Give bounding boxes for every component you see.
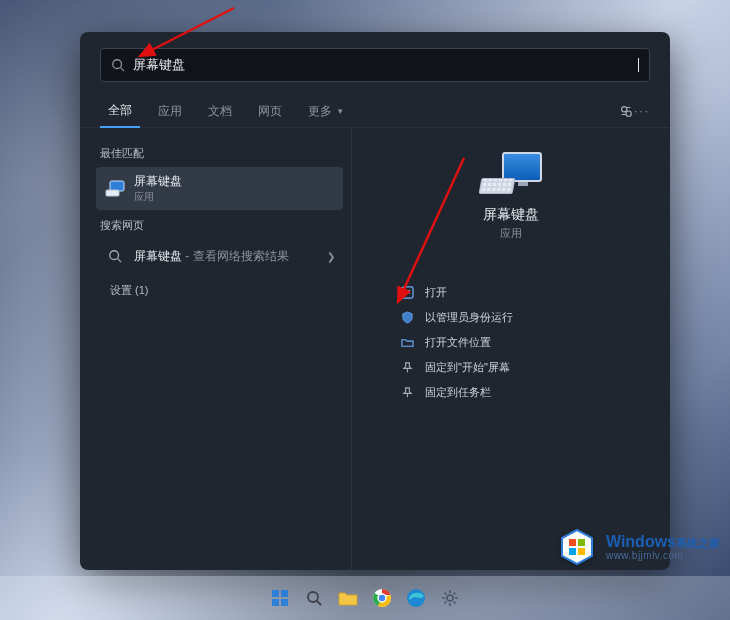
osk-hero-icon <box>480 146 542 194</box>
best-match-label: 最佳匹配 <box>100 146 345 161</box>
watermark-logo-icon <box>556 526 598 568</box>
svg-rect-12 <box>281 590 288 597</box>
text-caret <box>638 58 639 72</box>
taskbar <box>0 576 730 620</box>
svg-point-3 <box>626 111 631 116</box>
admin-icon <box>400 310 415 325</box>
tab-apps[interactable]: 应用 <box>150 94 190 128</box>
svg-point-0 <box>113 60 122 69</box>
svg-rect-23 <box>569 548 576 555</box>
taskbar-explorer[interactable] <box>335 585 361 611</box>
svg-rect-24 <box>578 548 585 555</box>
watermark-text: Windows系统之家 www.bjjmlv.com <box>606 533 720 562</box>
search-input[interactable] <box>133 58 640 73</box>
best-match-title: 屏幕键盘 <box>134 173 182 190</box>
svg-rect-13 <box>272 599 279 606</box>
svg-point-18 <box>378 594 386 602</box>
search-window: 全部 应用 文档 网页 更多 ··· 最佳匹配 屏幕键盘 应用 <box>80 32 670 570</box>
action-label: 固定到任务栏 <box>425 385 491 400</box>
svg-rect-5 <box>106 190 119 196</box>
search-bar[interactable] <box>100 48 650 82</box>
chevron-right-icon: ❯ <box>327 251 335 262</box>
action-run-admin[interactable]: 以管理员身份运行 <box>400 310 644 325</box>
pin-start-icon <box>400 360 415 375</box>
app-title: 屏幕键盘 <box>483 206 539 224</box>
svg-rect-11 <box>272 590 279 597</box>
tab-docs[interactable]: 文档 <box>200 94 240 128</box>
web-search-label: 搜索网页 <box>100 218 345 233</box>
results-right-column: 屏幕键盘 应用 打开 以管理员身份运行 <box>352 128 670 570</box>
open-icon <box>400 285 415 300</box>
overflow-menu-icon[interactable]: ··· <box>634 103 650 119</box>
action-label: 固定到"开始"屏幕 <box>425 360 510 375</box>
tab-web[interactable]: 网页 <box>250 94 290 128</box>
app-hero: 屏幕键盘 应用 <box>480 146 542 241</box>
action-pin-start[interactable]: 固定到"开始"屏幕 <box>400 360 644 375</box>
svg-point-15 <box>308 592 318 602</box>
app-category: 应用 <box>500 226 522 241</box>
svg-rect-22 <box>578 539 585 546</box>
pin-taskbar-icon <box>400 385 415 400</box>
svg-point-20 <box>447 595 453 601</box>
svg-line-7 <box>118 259 122 263</box>
tab-more[interactable]: 更多 <box>300 94 351 128</box>
taskbar-chrome[interactable] <box>369 585 395 611</box>
search-icon <box>111 58 125 72</box>
results-body: 最佳匹配 屏幕键盘 应用 搜索网页 <box>80 128 670 570</box>
svg-line-1 <box>121 68 125 72</box>
svg-rect-14 <box>281 599 288 606</box>
settings-group[interactable]: 设置 (1) <box>102 279 343 302</box>
action-label: 打开文件位置 <box>425 335 491 350</box>
web-search-result[interactable]: 屏幕键盘 - 查看网络搜索结果 ❯ <box>96 239 343 273</box>
tabs-row: 全部 应用 文档 网页 更多 ··· <box>80 94 670 128</box>
best-match-subtitle: 应用 <box>134 190 182 204</box>
tab-all[interactable]: 全部 <box>100 94 140 128</box>
svg-line-16 <box>317 601 321 605</box>
watermark: Windows系统之家 www.bjjmlv.com <box>556 526 720 568</box>
action-open[interactable]: 打开 <box>400 285 644 300</box>
taskbar-settings[interactable] <box>437 585 463 611</box>
action-open-location[interactable]: 打开文件位置 <box>400 335 644 350</box>
taskbar-edge[interactable] <box>403 585 429 611</box>
results-left-column: 最佳匹配 屏幕键盘 应用 搜索网页 <box>80 128 352 570</box>
search-icon <box>104 245 126 267</box>
taskbar-start[interactable] <box>267 585 293 611</box>
actions-list: 打开 以管理员身份运行 打开文件位置 <box>360 285 662 400</box>
web-result-text: 屏幕键盘 - 查看网络搜索结果 <box>134 248 289 265</box>
taskbar-search[interactable] <box>301 585 327 611</box>
action-pin-taskbar[interactable]: 固定到任务栏 <box>400 385 644 400</box>
action-label: 打开 <box>425 285 447 300</box>
osk-app-icon <box>104 178 126 200</box>
svg-point-6 <box>110 251 119 260</box>
account-sync-icon[interactable] <box>618 103 634 119</box>
best-match-result[interactable]: 屏幕键盘 应用 <box>96 167 343 210</box>
folder-icon <box>400 335 415 350</box>
svg-rect-21 <box>569 539 576 546</box>
action-label: 以管理员身份运行 <box>425 310 513 325</box>
